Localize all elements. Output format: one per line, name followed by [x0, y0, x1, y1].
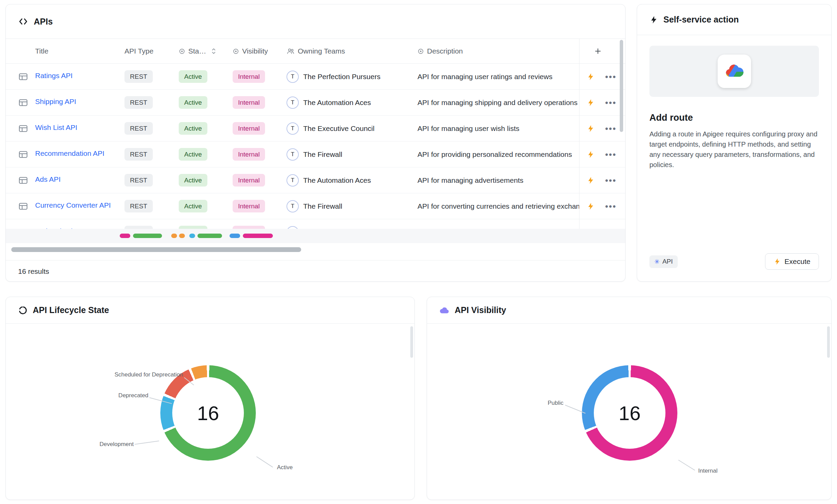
api-title-link[interactable]: Ads API — [35, 175, 61, 183]
blueprint-chip[interactable]: ✳ API — [649, 255, 678, 268]
owning-team: T The Automation Aces — [287, 97, 417, 109]
apis-panel-header: APIs — [6, 4, 625, 39]
team-avatar: T — [287, 226, 299, 229]
run-action-bolt-icon[interactable] — [587, 202, 595, 210]
status-badge: Active — [179, 148, 207, 161]
api-description: API for managing user ratings and review… — [417, 73, 579, 81]
status-badge: Active — [179, 70, 207, 83]
row-more-button[interactable]: ••• — [605, 127, 616, 130]
visibility-panel-header: API Visibility — [427, 297, 831, 324]
summary-pill — [120, 234, 130, 238]
column-header-api-type[interactable]: API Type — [124, 47, 179, 55]
execute-bolt-icon — [774, 258, 781, 265]
column-header-title[interactable]: Title — [35, 47, 124, 55]
action-title: Add route — [649, 112, 819, 123]
api-description: API for managing shipping and delivery o… — [417, 99, 579, 107]
run-action-bolt-icon[interactable] — [587, 99, 595, 107]
property-circle-icon — [179, 48, 185, 55]
execute-button[interactable]: Execute — [765, 253, 819, 270]
team-avatar: T — [287, 148, 299, 161]
run-action-bolt-icon[interactable] — [587, 150, 595, 159]
column-header-status[interactable]: Status — [179, 47, 233, 55]
vertical-scrollbar-thumb[interactable] — [620, 40, 623, 132]
row-more-button[interactable]: ••• — [605, 179, 616, 182]
summary-pill — [243, 234, 273, 238]
visibility-badge: Internal — [233, 174, 265, 187]
owning-team: T The Perfection Pursuers — [287, 226, 417, 229]
row-more-button[interactable]: ••• — [605, 75, 616, 78]
summary-pill — [179, 234, 185, 238]
api-description: API for converting currencies and retrie… — [417, 202, 579, 210]
run-action-bolt-icon[interactable] — [587, 124, 595, 133]
team-name: The Automation Aces — [303, 99, 371, 107]
run-action-bolt-icon[interactable] — [587, 73, 595, 81]
panel-scrollbar-thumb[interactable] — [827, 326, 830, 358]
action-logo-card — [649, 46, 819, 97]
api-type-badge: REST — [124, 226, 153, 229]
team-icon — [287, 47, 295, 55]
api-title-link[interactable]: Ratings API — [35, 72, 73, 80]
visibility-badge: Internal — [233, 96, 265, 109]
api-description: API for providing personalized recommend… — [417, 150, 579, 159]
table-row[interactable]: Ads API REST Active Internal T The Autom… — [6, 167, 625, 193]
table-row[interactable]: Currency Converter API REST Active Inter… — [6, 193, 625, 219]
property-circle-icon — [417, 48, 424, 55]
google-cloud-logo — [718, 55, 751, 88]
api-entity-icon — [18, 201, 35, 211]
sort-icon[interactable] — [211, 47, 216, 55]
row-more-button[interactable]: ••• — [605, 101, 616, 104]
bolt-icon — [649, 15, 658, 24]
api-title-link[interactable]: Recommendation API — [35, 149, 104, 158]
table-row[interactable]: Wish List API REST Active Internal T The… — [6, 116, 625, 142]
add-column-button[interactable] — [579, 47, 616, 55]
api-title-link[interactable]: Currency Converter API — [35, 201, 111, 209]
api-title-link[interactable]: Wish List API — [35, 123, 77, 132]
apis-panel-title: APIs — [34, 17, 53, 27]
run-action-bolt-icon[interactable] — [587, 176, 595, 184]
code-icon — [18, 16, 28, 27]
column-header-description[interactable]: Description — [417, 47, 579, 55]
visibility-badge: Internal — [233, 226, 265, 229]
status-badge: Active — [179, 96, 207, 109]
table-row[interactable]: Shipping API REST Active Internal T The … — [6, 90, 625, 116]
column-divider — [579, 39, 579, 229]
summary-pills — [6, 229, 625, 243]
summary-pill — [133, 234, 162, 238]
team-name: The Firewall — [303, 202, 342, 210]
row-more-button[interactable]: ••• — [605, 153, 616, 156]
lifecycle-icon — [18, 306, 28, 315]
api-type-badge: REST — [124, 174, 153, 187]
lifecycle-donut-chart[interactable]: 16 — [160, 365, 256, 461]
table-header-row: Title API Type Status Visibility — [6, 39, 625, 64]
visibility-badge: Internal — [233, 70, 265, 83]
lifecycle-panel-header: API Lifecycle State — [6, 297, 414, 324]
table-row[interactable]: Recommendation API REST Active Internal … — [6, 142, 625, 167]
api-title-link[interactable]: Shipping API — [35, 98, 76, 106]
visibility-badge: Internal — [233, 200, 265, 213]
team-avatar: T — [287, 122, 299, 135]
visibility-donut-chart[interactable]: 16 — [582, 365, 677, 461]
owning-team: T The Firewall — [287, 148, 417, 161]
leader-line — [678, 460, 695, 471]
segment-label-public: Public — [529, 400, 563, 406]
column-header-visibility[interactable]: Visibility — [233, 47, 287, 55]
horizontal-scrollbar[interactable] — [11, 247, 620, 252]
column-header-owning-teams[interactable]: Owning Teams — [287, 47, 417, 55]
segment-label-development: Development — [98, 441, 134, 448]
blueprint-icon: ✳ — [654, 258, 660, 266]
cloud-icon — [439, 306, 450, 315]
row-more-button[interactable]: ••• — [605, 205, 616, 208]
team-name: The Executive Council — [303, 124, 375, 133]
status-badge: Active — [179, 174, 207, 187]
table-rows: Ratings API REST Active Internal T The P… — [6, 64, 625, 229]
self-service-action-panel: Self-service action — [637, 4, 832, 282]
lifecycle-chart-panel: API Lifecycle State 16 Scheduled for Dep… — [5, 297, 415, 500]
table-row[interactable]: Authentication API REST Active Internal … — [6, 219, 625, 229]
horizontal-scrollbar-thumb[interactable] — [11, 247, 301, 252]
panel-scrollbar-thumb[interactable] — [410, 326, 413, 358]
action-panel-header: Self-service action — [637, 4, 831, 35]
api-type-badge: REST — [124, 148, 153, 161]
table-row[interactable]: Ratings API REST Active Internal T The P… — [6, 64, 625, 90]
owning-team: T The Executive Council — [287, 122, 417, 135]
leader-line — [256, 456, 273, 468]
